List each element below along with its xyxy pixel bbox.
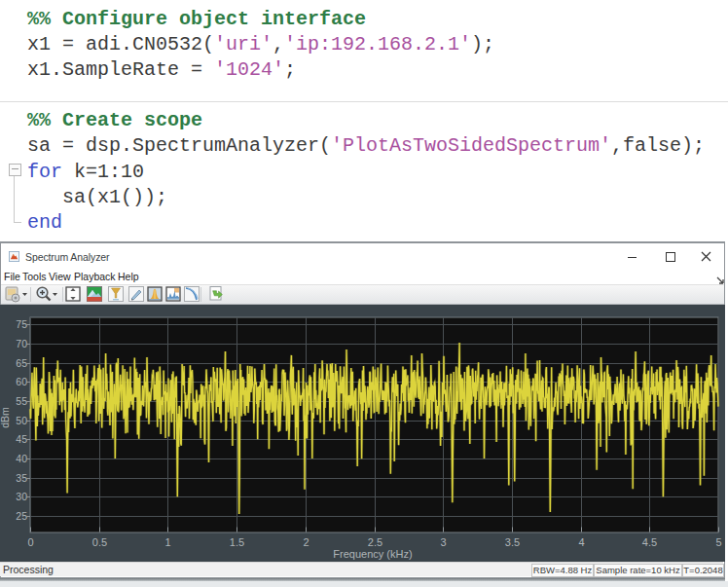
svg-text:40: 40 <box>16 453 27 464</box>
svg-text:30: 30 <box>16 491 27 502</box>
svg-text:4.5: 4.5 <box>642 536 657 548</box>
svg-text:70: 70 <box>16 338 27 349</box>
svg-text:1.5: 1.5 <box>230 536 244 548</box>
svg-text:1: 1 <box>164 536 170 548</box>
svg-text:55: 55 <box>16 395 27 407</box>
svg-text:0.5: 0.5 <box>92 536 107 548</box>
svg-text:Frequency (kHz): Frequency (kHz) <box>333 548 412 560</box>
svg-text:3.5: 3.5 <box>505 536 520 548</box>
svg-text:dBm: dBm <box>0 407 11 428</box>
svg-text:4: 4 <box>578 536 584 548</box>
svg-text:2: 2 <box>303 536 309 548</box>
svg-text:45: 45 <box>16 433 27 445</box>
svg-text:50: 50 <box>16 415 27 426</box>
svg-text:0: 0 <box>27 536 33 548</box>
svg-text:5: 5 <box>715 536 721 548</box>
svg-text:35: 35 <box>16 472 27 484</box>
svg-text:3: 3 <box>440 536 446 548</box>
svg-text:25: 25 <box>16 510 27 522</box>
svg-text:2.5: 2.5 <box>368 536 382 548</box>
svg-text:75: 75 <box>16 318 27 330</box>
svg-text:65: 65 <box>16 357 27 369</box>
svg-text:60: 60 <box>16 376 27 387</box>
